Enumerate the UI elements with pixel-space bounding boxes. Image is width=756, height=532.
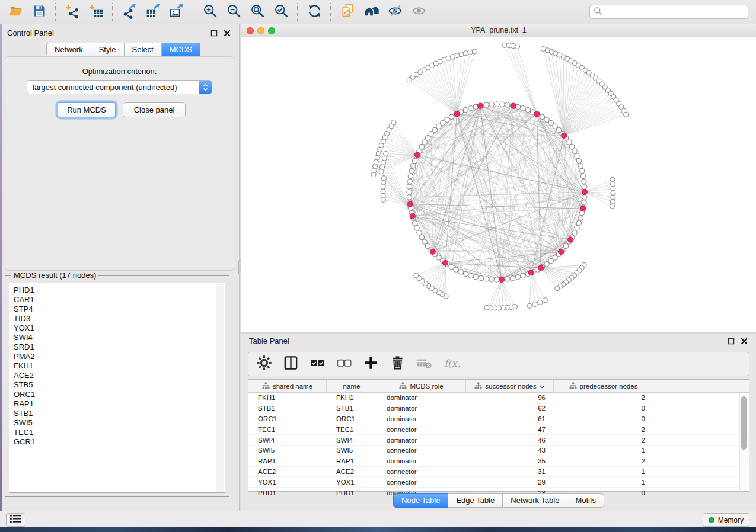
- zoom-fit-button[interactable]: [245, 2, 269, 22]
- import-table-button[interactable]: [84, 2, 108, 22]
- network-canvas[interactable]: [241, 37, 756, 332]
- cell-successor-nodes[interactable]: 47: [466, 426, 554, 433]
- cell-predecessor-nodes[interactable]: 1: [554, 447, 653, 454]
- zoom-selected-button[interactable]: [269, 2, 293, 22]
- zoom-in-button[interactable]: [198, 2, 222, 22]
- table-row[interactable]: YOX1YOX1connector291: [248, 477, 749, 488]
- create-column-button[interactable]: [361, 355, 380, 374]
- mcds-result-item[interactable]: RAP1: [14, 399, 225, 409]
- mcds-result-item[interactable]: FKH1: [14, 361, 225, 371]
- first-neighbors-button[interactable]: [359, 2, 383, 22]
- table-row[interactable]: STB1STB1dominator620: [248, 403, 749, 414]
- cell-shared-name[interactable]: RAP1: [248, 457, 327, 464]
- tab-select[interactable]: Select: [125, 43, 162, 57]
- cell-name[interactable]: ACE2: [327, 468, 377, 475]
- hide-selected-button[interactable]: [383, 2, 407, 22]
- cell-predecessor-nodes[interactable]: 2: [554, 437, 653, 444]
- column-header-mcds-role[interactable]: MCDS role: [377, 380, 466, 392]
- cell-shared-name[interactable]: TEC1: [248, 426, 327, 433]
- run-mcds-button[interactable]: Run MCDS: [58, 102, 116, 117]
- table-row[interactable]: ORC1ORC1dominator610: [248, 414, 749, 425]
- cell-successor-nodes[interactable]: 31: [466, 468, 554, 475]
- open-file-button[interactable]: [4, 2, 27, 22]
- table-row[interactable]: SWI4SWI4dominator462: [248, 435, 749, 446]
- cell-predecessor-nodes[interactable]: 0: [554, 415, 653, 422]
- cell-shared-name[interactable]: FKH1: [248, 394, 327, 401]
- mcds-result-item[interactable]: STB5: [14, 380, 225, 390]
- cell-mcds-role[interactable]: dominator: [377, 405, 466, 412]
- export-network-button[interactable]: [117, 2, 141, 22]
- delete-columns-button[interactable]: [388, 355, 407, 374]
- column-header-shared-name[interactable]: shared name: [248, 380, 327, 392]
- cell-name[interactable]: STB1: [327, 405, 377, 412]
- tab-network-table[interactable]: Network Table: [503, 493, 567, 508]
- cell-mcds-role[interactable]: dominator: [377, 457, 466, 464]
- memory-button[interactable]: Memory: [703, 513, 749, 527]
- float-panel-icon[interactable]: [210, 29, 218, 37]
- cell-mcds-role[interactable]: connector: [377, 479, 466, 486]
- cell-name[interactable]: ORC1: [327, 415, 377, 422]
- mcds-result-item[interactable]: SWI5: [14, 418, 225, 428]
- deselect-all-rows-button[interactable]: [334, 355, 353, 374]
- table-scrollbar-thumb[interactable]: [741, 396, 747, 450]
- mcds-result-item[interactable]: PMA2: [14, 352, 225, 361]
- float-table-panel-icon[interactable]: [727, 337, 735, 345]
- cell-successor-nodes[interactable]: 29: [466, 479, 554, 486]
- tab-style[interactable]: Style: [91, 43, 125, 57]
- column-header-successor-nodes[interactable]: successor nodes: [466, 380, 554, 392]
- cell-shared-name[interactable]: ORC1: [248, 415, 327, 422]
- cell-successor-nodes[interactable]: 61: [466, 415, 554, 422]
- cell-predecessor-nodes[interactable]: 1: [554, 479, 653, 486]
- duplicate-network-button[interactable]: [336, 2, 359, 22]
- mcds-result-item[interactable]: PHD1: [14, 286, 225, 295]
- task-history-button[interactable]: [6, 513, 25, 527]
- search-input[interactable]: [605, 7, 744, 17]
- cell-shared-name[interactable]: YOX1: [248, 479, 327, 486]
- close-table-panel-icon[interactable]: [740, 337, 748, 345]
- table-row[interactable]: SWI5SWI5connector431: [248, 446, 749, 456]
- mcds-result-item[interactable]: SWI4: [14, 333, 225, 342]
- export-table-button[interactable]: [141, 2, 165, 22]
- cell-name[interactable]: RAP1: [327, 457, 377, 464]
- cell-shared-name[interactable]: SWI4: [248, 437, 327, 444]
- cell-shared-name[interactable]: SWI5: [248, 447, 327, 454]
- cell-mcds-role[interactable]: dominator: [377, 415, 466, 422]
- cell-predecessor-nodes[interactable]: 2: [554, 426, 653, 433]
- import-network-button[interactable]: [60, 2, 84, 22]
- save-session-button[interactable]: [27, 2, 51, 22]
- cell-successor-nodes[interactable]: 62: [466, 405, 554, 412]
- tab-node-table[interactable]: Node Table: [393, 493, 449, 508]
- mcds-result-item[interactable]: ACE2: [14, 371, 225, 380]
- close-panel-icon[interactable]: [223, 29, 231, 37]
- cell-shared-name[interactable]: ACE2: [248, 468, 327, 475]
- refresh-view-button[interactable]: [302, 2, 326, 22]
- cell-name[interactable]: TEC1: [327, 426, 377, 433]
- tab-network[interactable]: Network: [46, 43, 91, 57]
- column-header-predecessor-nodes[interactable]: predecessor nodes: [554, 380, 653, 392]
- mcds-result-item[interactable]: CAR1: [14, 295, 225, 305]
- mcds-result-item[interactable]: TID3: [14, 314, 225, 323]
- cell-successor-nodes[interactable]: 46: [466, 437, 554, 444]
- show-all-button[interactable]: [407, 2, 430, 22]
- cell-predecessor-nodes[interactable]: 2: [554, 394, 653, 401]
- mcds-result-item[interactable]: TEC1: [14, 428, 225, 437]
- cell-successor-nodes[interactable]: 35: [466, 457, 554, 464]
- table-scrollbar[interactable]: [739, 393, 748, 490]
- optimization-criterion-dropdown[interactable]: largest connected component (undirected): [27, 80, 212, 94]
- cell-successor-nodes[interactable]: 96: [466, 394, 554, 401]
- tab-motifs[interactable]: Motifs: [567, 493, 604, 508]
- cell-mcds-role[interactable]: dominator: [377, 394, 466, 401]
- show-column-panel-button[interactable]: [281, 355, 300, 374]
- cell-name[interactable]: YOX1: [327, 479, 377, 486]
- mcds-result-item[interactable]: STB1: [14, 409, 225, 418]
- tab-edge-table[interactable]: Edge Table: [448, 493, 503, 508]
- mcds-result-item[interactable]: ORC1: [14, 390, 225, 399]
- export-image-button[interactable]: [165, 2, 189, 22]
- cell-successor-nodes[interactable]: 43: [466, 447, 554, 454]
- cell-mcds-role[interactable]: connector: [377, 447, 466, 454]
- mcds-result-item[interactable]: STP4: [14, 305, 225, 314]
- cell-mcds-role[interactable]: dominator: [377, 437, 466, 444]
- zoom-out-button[interactable]: [222, 2, 245, 22]
- cell-mcds-role[interactable]: connector: [377, 426, 466, 433]
- table-row[interactable]: RAP1RAP1dominator352: [248, 456, 749, 467]
